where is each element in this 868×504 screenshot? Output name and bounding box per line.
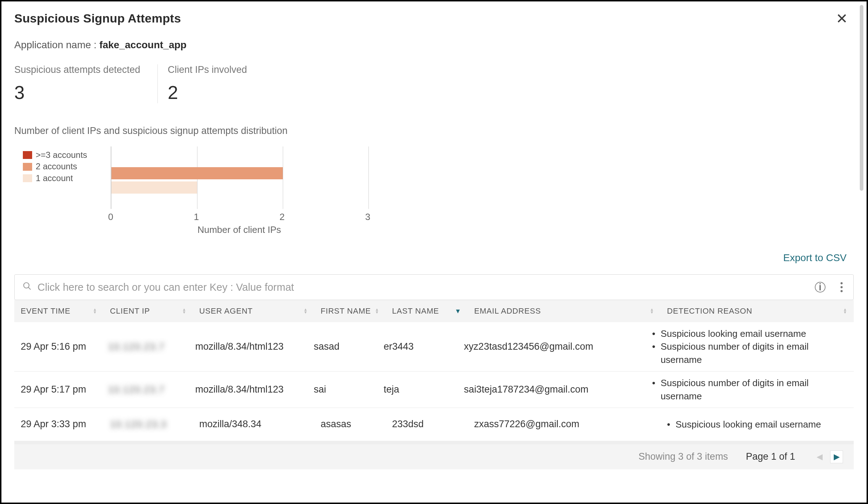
- column-detection-reason[interactable]: DETECTION REASON ▲▼: [661, 306, 854, 316]
- metric-label: Suspicious attempts detected: [14, 64, 140, 75]
- metric-client-ips: Client IPs involved 2: [157, 64, 264, 103]
- export-to-csv-link[interactable]: Export to CSV: [783, 252, 847, 263]
- cell-first-name: sai: [307, 379, 377, 400]
- column-client-ip[interactable]: CLIENT IP ▲▼: [104, 306, 193, 316]
- chart-legend: >=3 accounts 2 accounts 1 account: [14, 146, 96, 184]
- legend-item: >=3 accounts: [23, 149, 96, 161]
- table-row[interactable]: 29 Apr 3:33 pm10.120.23.3mozilla/348.34a…: [14, 408, 854, 441]
- detection-reason-item: Suspicious number of digits in email use…: [652, 340, 847, 366]
- pager-prev-icon: ◀: [813, 450, 826, 463]
- sort-icon: ▲▼: [93, 308, 97, 314]
- column-label: USER AGENT: [199, 306, 253, 316]
- cell-user-agent: mozilla/8.34/html123: [189, 336, 307, 357]
- chart-bar: [111, 167, 283, 179]
- horizontal-scrollbar[interactable]: [14, 441, 854, 444]
- svg-point-0: [24, 283, 29, 288]
- legend-label: 1 account: [36, 173, 73, 184]
- search-placeholder: Click here to search or you can enter Ke…: [37, 281, 803, 293]
- column-user-agent[interactable]: USER AGENT ▲▼: [193, 306, 314, 316]
- close-icon[interactable]: ✕: [834, 11, 850, 26]
- legend-swatch-icon: [23, 174, 32, 182]
- cell-client-ip: 10.120.23.3: [104, 414, 193, 435]
- search-icon: [22, 281, 32, 293]
- sort-icon: ▲▼: [843, 308, 847, 314]
- chart-tick: 3: [365, 211, 370, 223]
- chart-tick: 2: [280, 211, 285, 223]
- chart-tick: 1: [194, 211, 199, 223]
- vertical-scrollbar[interactable]: [859, 4, 864, 500]
- sort-icon: ▲▼: [303, 308, 308, 314]
- legend-swatch-icon: [23, 163, 32, 171]
- column-label: EVENT TIME: [21, 306, 70, 316]
- sort-desc-icon: ▼: [455, 308, 461, 315]
- table-row[interactable]: 29 Apr 5:16 pm10.120.23.7mozilla/8.34/ht…: [14, 322, 854, 371]
- legend-label: >=3 accounts: [36, 149, 87, 161]
- cell-email: zxass77226@gmail.com: [468, 414, 661, 435]
- scroll-thumb[interactable]: [860, 5, 863, 191]
- cell-client-ip: 10.120.23.7: [101, 336, 189, 358]
- table-body: 29 Apr 5:16 pm10.120.23.7mozilla/8.34/ht…: [14, 322, 854, 441]
- cell-detection-reason: Suspicious looking email username: [661, 413, 854, 436]
- metric-value: 2: [168, 82, 247, 103]
- cell-detection-reason: Suspicious number of digits in email use…: [646, 371, 854, 408]
- legend-item: 1 account: [23, 173, 96, 184]
- cell-user-agent: mozilla/348.34: [193, 414, 314, 435]
- cell-first-name: sasad: [307, 336, 377, 357]
- detection-reason-item: Suspicious looking email username: [652, 327, 847, 340]
- cell-user-agent: mozilla/8.34/html123: [189, 379, 307, 400]
- column-email[interactable]: EMAIL ADDRESS ▲▼: [468, 306, 661, 316]
- cell-last-name: er3443: [377, 336, 457, 357]
- search-bar[interactable]: Click here to search or you can enter Ke…: [14, 274, 854, 300]
- application-name-label: Application name :: [14, 39, 96, 50]
- chart-title: Number of client IPs and suspicious sign…: [14, 125, 854, 136]
- legend-swatch-icon: [23, 151, 32, 159]
- cell-last-name: teja: [377, 379, 457, 400]
- column-label: EMAIL ADDRESS: [474, 306, 541, 316]
- legend-label: 2 accounts: [36, 161, 77, 172]
- cell-client-ip: 10.120.23.7: [101, 379, 189, 400]
- chart: >=3 accounts 2 accounts 1 account 0123 N…: [14, 146, 854, 229]
- cell-event-time: 29 Apr 5:17 pm: [14, 379, 101, 400]
- page-indicator: Page 1 of 1: [746, 451, 795, 462]
- kebab-menu-icon[interactable]: [838, 281, 846, 293]
- column-first-name[interactable]: FIRST NAME ▲▼: [314, 306, 386, 316]
- chart-x-axis-label: Number of client IPs: [111, 224, 368, 235]
- table-row[interactable]: 29 Apr 5:17 pm10.120.23.7mozilla/8.34/ht…: [14, 371, 854, 408]
- info-icon[interactable]: i: [815, 282, 826, 293]
- sort-icon: ▲▼: [650, 308, 654, 314]
- column-label: CLIENT IP: [110, 306, 150, 316]
- metrics-row: Suspicious attempts detected 3 Client IP…: [14, 64, 854, 103]
- chart-area: 0123 Number of client IPs: [96, 146, 368, 229]
- column-label: FIRST NAME: [321, 306, 371, 316]
- cell-last-name: 233dsd: [386, 414, 468, 435]
- application-name-value: fake_account_app: [99, 39, 186, 50]
- showing-count: Showing 3 of 3 items: [638, 451, 728, 462]
- svg-line-1: [28, 287, 31, 290]
- cell-email: xyz23tasd123456@gmail.com: [457, 336, 646, 357]
- page-title: Suspicious Signup Attempts: [14, 11, 181, 25]
- application-name-line: Application name : fake_account_app: [14, 39, 854, 51]
- chart-tick: 0: [108, 211, 113, 223]
- cell-first-name: asasas: [314, 414, 386, 435]
- cell-detection-reason: Suspicious looking email usernameSuspici…: [646, 322, 854, 371]
- column-event-time[interactable]: EVENT TIME ▲▼: [14, 306, 104, 316]
- column-last-name[interactable]: LAST NAME ▼: [386, 306, 468, 316]
- cell-email: sai3teja1787234@gmail.com: [457, 379, 646, 400]
- column-label: LAST NAME: [392, 306, 439, 316]
- sort-icon: ▲▼: [182, 308, 186, 314]
- column-label: DETECTION REASON: [667, 306, 752, 316]
- metric-suspicious-attempts: Suspicious attempts detected 3: [14, 64, 157, 103]
- detection-reason-item: Suspicious number of digits in email use…: [652, 376, 847, 403]
- sort-icon: ▲▼: [375, 308, 379, 314]
- table-footer: Showing 3 of 3 items Page 1 of 1 ◀ ▶: [14, 444, 854, 469]
- detection-reason-item: Suspicious looking email username: [667, 418, 821, 431]
- cell-event-time: 29 Apr 5:16 pm: [14, 336, 101, 357]
- table-header: EVENT TIME ▲▼ CLIENT IP ▲▼ USER AGENT ▲▼…: [14, 300, 854, 322]
- pager-next-button[interactable]: ▶: [830, 450, 843, 463]
- legend-item: 2 accounts: [23, 161, 96, 172]
- metric-label: Client IPs involved: [168, 64, 247, 75]
- metric-value: 3: [14, 82, 140, 103]
- chart-bar: [111, 181, 197, 194]
- cell-event-time: 29 Apr 3:33 pm: [14, 414, 104, 435]
